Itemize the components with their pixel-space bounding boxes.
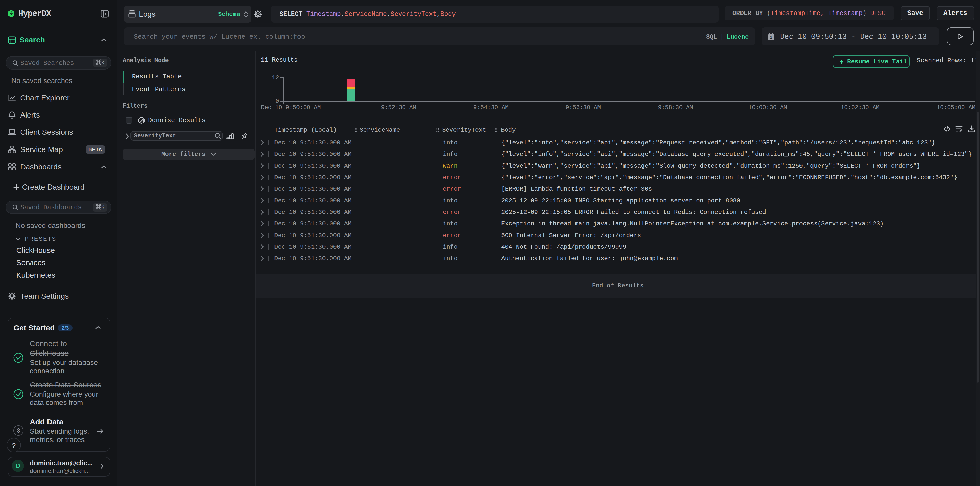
svg-text:1: 1 — [770, 35, 772, 39]
